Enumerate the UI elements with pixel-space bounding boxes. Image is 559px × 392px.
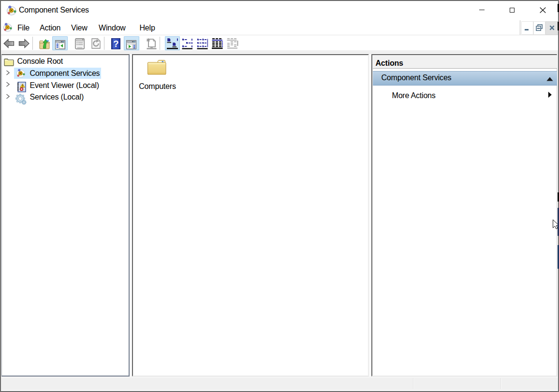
svg-text:?: ? (113, 39, 118, 49)
